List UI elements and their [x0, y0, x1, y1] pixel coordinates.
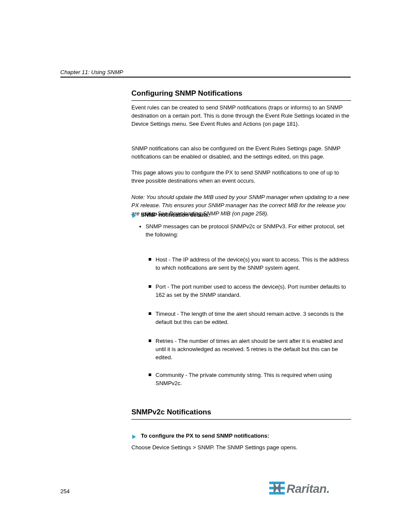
arrow-right-icon — [131, 433, 137, 441]
bullet-item: • SNMP messages can be protocol SNMPv2c … — [139, 223, 351, 239]
task-label: To configure the PX to send SNMP notific… — [141, 432, 269, 439]
svg-rect-2 — [269, 482, 285, 484]
brand-mark-icon — [269, 482, 285, 496]
square-bullet-icon — [149, 285, 151, 288]
paragraph: Event rules can be created to send SNMP … — [131, 104, 351, 128]
chapter-header: Chapter 11: Using SNMP — [60, 68, 351, 78]
sub-bullet-item: Timeout - The length of time the alert s… — [149, 310, 351, 327]
square-bullet-icon — [149, 339, 151, 342]
paragraph: Choose Device Settings > SNMP. The SNMP … — [131, 444, 351, 452]
section-title-block: SNMPv2c Notifications — [131, 408, 351, 420]
sub-bullet-text: Community - The private community string… — [156, 371, 351, 388]
chapter-label: Chapter 11: Using SNMP — [60, 69, 123, 75]
sub-bullet-text: Timeout - The length of time the alert s… — [156, 310, 351, 327]
brand-logo: Raritan. — [269, 482, 330, 496]
sub-bullet-item: Community - The private community string… — [149, 371, 351, 388]
square-bullet-icon — [149, 373, 151, 376]
sub-bullet-text: Host - The IP address of the device(s) y… — [156, 256, 351, 272]
section-title: SNMPv2c Notifications — [131, 408, 211, 416]
sub-bullet-text: Port - The port number used to access th… — [156, 283, 351, 299]
bullet-dot-icon: • — [139, 223, 141, 230]
task-heading: To configure the PX to send SNMP notific… — [131, 432, 351, 441]
task-heading: SNMP notification details: — [131, 212, 351, 220]
svg-rect-4 — [269, 492, 285, 495]
brand-name: Raritan. — [286, 482, 330, 496]
bullet-text: SNMP messages can be protocol SNMPv2c or… — [146, 223, 351, 239]
sub-bullet-item: Host - The IP address of the device(s) y… — [149, 256, 351, 272]
square-bullet-icon — [149, 258, 151, 261]
page-number: 254 — [60, 488, 70, 495]
paragraph: SNMP notifications can also be configure… — [131, 145, 351, 161]
arrow-right-icon — [131, 212, 137, 220]
svg-marker-0 — [132, 214, 136, 218]
section-title-block: Configuring SNMP Notifications — [131, 89, 351, 101]
svg-marker-1 — [132, 435, 136, 439]
sub-bullet-text: Retries - The number of times an alert s… — [156, 337, 351, 362]
sub-bullet-item: Port - The port number used to access th… — [149, 283, 351, 299]
paragraph: This page allows you to configure the PX… — [131, 169, 351, 185]
section-title: Configuring SNMP Notifications — [131, 89, 243, 97]
square-bullet-icon — [149, 312, 151, 315]
task-label: SNMP notification details: — [141, 212, 210, 218]
sub-bullet-item: Retries - The number of times an alert s… — [149, 337, 351, 362]
